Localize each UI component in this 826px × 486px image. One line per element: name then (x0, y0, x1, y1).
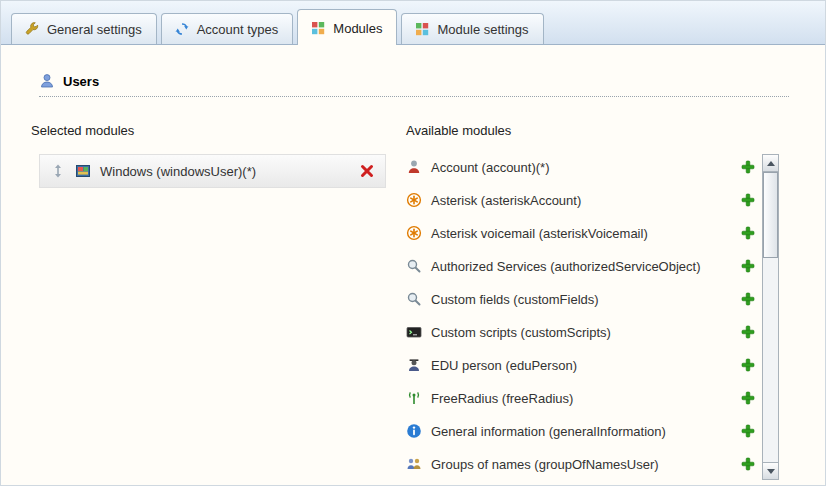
module-settings-icon (414, 21, 430, 37)
available-module-label: General information (generalInformation) (431, 424, 731, 439)
add-module-button[interactable] (740, 357, 756, 373)
account-icon (406, 159, 422, 175)
tab-label: Account types (197, 22, 279, 37)
tab-label: Modules (333, 21, 382, 36)
up-arrow-icon (767, 161, 775, 166)
selected-modules-column: Selected modules Windows (windowsUser)(*… (31, 97, 386, 480)
available-module-row: Authorized Services (authorizedServiceOb… (406, 253, 762, 279)
script-icon (406, 324, 422, 340)
down-arrow-icon (767, 469, 775, 474)
magnifier-icon (406, 258, 422, 274)
add-module-button[interactable] (740, 192, 756, 208)
scroll-up-button[interactable] (763, 155, 778, 172)
add-module-button[interactable] (740, 390, 756, 406)
available-module-label: Custom fields (customFields) (431, 292, 731, 307)
available-module-row: Groups of names (groupOfNamesUser) (406, 451, 762, 477)
add-module-button[interactable] (740, 225, 756, 241)
tab-general-settings[interactable]: General settings (11, 13, 157, 44)
section-title: Users (63, 74, 99, 89)
available-module-label: Asterisk (asteriskAccount) (431, 193, 731, 208)
available-module-label: Account (account)(*) (431, 160, 731, 175)
add-module-button[interactable] (740, 423, 756, 439)
tab-label: Module settings (437, 22, 528, 37)
add-module-button[interactable] (740, 159, 756, 175)
tab-label: General settings (47, 22, 142, 37)
tab-module-settings[interactable]: Module settings (401, 13, 543, 44)
modules-grid-icon (310, 20, 326, 36)
available-module-row: General information (generalInformation) (406, 418, 762, 444)
info-icon (406, 423, 422, 439)
tab-modules[interactable]: Modules (297, 9, 397, 45)
scrollbar-thumb[interactable] (763, 172, 778, 258)
available-module-label: Groups of names (groupOfNamesUser) (431, 457, 731, 472)
group-icon (406, 456, 422, 472)
tab-bar: General settings Account types Modules M… (1, 1, 825, 45)
available-module-label: Authorized Services (authorizedServiceOb… (431, 259, 731, 274)
add-module-button[interactable] (740, 456, 756, 472)
users-section-heading: Users (39, 73, 789, 97)
wrench-icon (24, 21, 40, 37)
available-module-label: EDU person (eduPerson) (431, 358, 731, 373)
available-module-row: FreeRadius (freeRadius) (406, 385, 762, 411)
selected-modules-label: Selected modules (31, 123, 386, 138)
windows-icon (75, 163, 91, 179)
radius-icon (406, 390, 422, 406)
available-module-label: Custom scripts (customScripts) (431, 325, 731, 340)
scrollbar[interactable] (762, 154, 779, 480)
add-module-button[interactable] (740, 324, 756, 340)
available-modules-label: Available modules (406, 123, 779, 138)
selected-module-label: Windows (windowsUser)(*) (100, 164, 256, 179)
drag-handle-icon[interactable] (50, 163, 66, 179)
available-modules-wrap: Account (account)(*)Asterisk (asteriskAc… (406, 154, 779, 480)
asterisk-icon (406, 225, 422, 241)
available-module-row: EDU person (eduPerson) (406, 352, 762, 378)
available-module-row: Account (account)(*) (406, 154, 762, 180)
sync-icon (174, 21, 190, 37)
selected-modules-list: Windows (windowsUser)(*) (39, 154, 386, 188)
scroll-down-button[interactable] (763, 462, 778, 479)
available-module-row: Asterisk (asteriskAccount) (406, 187, 762, 213)
lam-configuration-page: General settings Account types Modules M… (0, 0, 826, 486)
magnifier-icon (406, 291, 422, 307)
add-module-button[interactable] (740, 258, 756, 274)
available-modules-list: Account (account)(*)Asterisk (asteriskAc… (406, 154, 762, 480)
available-module-row: Custom fields (customFields) (406, 286, 762, 312)
module-columns: Selected modules Windows (windowsUser)(*… (1, 97, 825, 480)
modules-tab-content: Users Selected modules Windows (windowsU… (1, 73, 825, 480)
available-module-row: Asterisk voicemail (asteriskVoicemail) (406, 220, 762, 246)
asterisk-icon (406, 192, 422, 208)
tab-account-types[interactable]: Account types (161, 13, 294, 44)
user-icon (39, 73, 55, 89)
available-module-label: FreeRadius (freeRadius) (431, 391, 731, 406)
available-modules-column: Available modules Account (account)(*)As… (406, 97, 779, 480)
remove-module-button[interactable] (359, 163, 375, 179)
available-module-label: Asterisk voicemail (asteriskVoicemail) (431, 226, 731, 241)
selected-module-row[interactable]: Windows (windowsUser)(*) (39, 154, 386, 188)
add-module-button[interactable] (740, 291, 756, 307)
scrollbar-track[interactable] (763, 172, 778, 462)
available-module-row: Custom scripts (customScripts) (406, 319, 762, 345)
edu-person-icon (406, 357, 422, 373)
